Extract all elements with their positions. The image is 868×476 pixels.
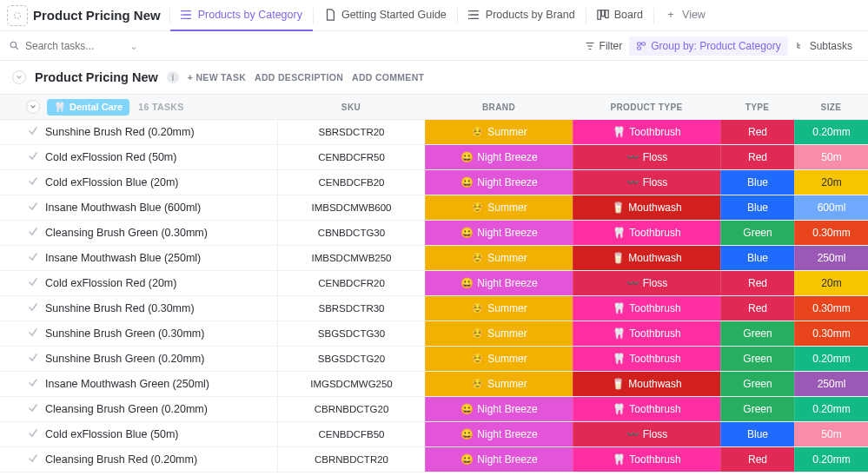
cell-product-type[interactable]: 〰️Floss [573,422,720,446]
cell-brand[interactable]: ☺️Summer [425,195,573,220]
cell-product-type[interactable]: 〰️Floss [573,271,720,295]
check-icon[interactable] [28,202,38,215]
info-icon[interactable]: i [167,71,179,83]
cell-type[interactable]: Red [720,145,794,169]
table-row[interactable]: Sunshine Brush Green (0.30mm)SBGSDCTG30☺… [0,321,868,347]
search-input[interactable] [25,40,121,52]
subtasks-button[interactable]: Subtasks [788,36,859,56]
cell-product-type[interactable]: 〰️Floss [573,170,720,195]
cell-size[interactable]: 0.30mm [794,321,868,346]
cell-sku[interactable]: CBRNBDCTG20 [277,397,425,421]
task-name[interactable]: Sunshine Brush Red (0.30mm) [45,296,277,321]
task-name[interactable]: Sunshine Brush Green (0.20mm) [45,347,277,371]
cell-brand[interactable]: ☺️Summer [425,321,573,346]
cell-type[interactable]: Blue [720,170,794,195]
task-name[interactable]: Cleansing Brush Red (0.20mm) [45,447,277,472]
group-by-button[interactable]: Group by: Product Category [629,36,787,56]
cell-size[interactable]: 250ml [794,246,868,270]
cell-type[interactable]: Green [720,221,794,245]
task-name[interactable]: Insane Mouthwash Blue (600ml) [45,195,277,220]
task-name[interactable]: Cleansing Brush Green (0.20mm) [45,397,277,421]
check-icon[interactable] [28,453,38,466]
doc-title[interactable]: Product Pricing New [33,8,161,23]
cell-type[interactable]: Red [720,296,794,321]
cell-brand[interactable]: 😀Night Breeze [425,447,573,472]
tab-getting-started-guide[interactable]: Getting Started Guide [314,0,457,31]
cell-size[interactable]: 0.30mm [794,221,868,245]
cell-product-type[interactable]: 🦷Toothbrush [573,296,720,321]
cell-product-type[interactable]: 〰️Floss [573,145,720,169]
table-row[interactable]: Insane Mouthwash Blue (600ml)IMBSDCMWB60… [0,195,868,221]
cell-sku[interactable]: CENBDCFR20 [277,271,425,295]
cell-sku[interactable]: SBGSDCTG20 [277,347,425,371]
tab-board[interactable]: Board [586,0,653,31]
table-row[interactable]: Sunshine Brush Green (0.20mm)SBGSDCTG20☺… [0,347,868,372]
table-row[interactable]: Cold exFlossion Red (50m)CENBDCFR50😀Nigh… [0,145,868,170]
cell-product-type[interactable]: 🥛Mouthwash [573,195,720,220]
check-icon[interactable] [28,277,38,290]
cell-size[interactable]: 20m [794,271,868,295]
col-header-size[interactable]: SIZE [794,102,868,112]
cell-brand[interactable]: 😀Night Breeze [425,145,573,169]
cell-type[interactable]: Green [720,347,794,371]
cell-brand[interactable]: 😀Night Breeze [425,221,573,245]
cell-sku[interactable]: IMGSDCMWG250 [277,372,425,396]
cell-size[interactable]: 20m [794,170,868,195]
cell-brand[interactable]: 😀Night Breeze [425,170,573,195]
cell-sku[interactable]: SBRSDCTR20 [277,120,425,144]
cell-size[interactable]: 600ml [794,195,868,220]
filter-button[interactable]: Filter [578,36,630,56]
table-row[interactable]: Cleansing Brush Red (0.20mm)CBRNBDCTR20😀… [0,447,868,473]
cell-product-type[interactable]: 🦷Toothbrush [573,221,720,245]
cell-type[interactable]: Red [720,447,794,472]
check-icon[interactable] [28,428,38,441]
check-icon[interactable] [28,176,38,189]
table-row[interactable]: Cold exFlossion Blue (20m)CENBDCFB20😀Nig… [0,170,868,195]
cell-size[interactable]: 250ml [794,372,868,396]
table-row[interactable]: Cleansing Brush Green (0.30mm)CBNBDCTG30… [0,221,868,246]
cell-size[interactable]: 0.20mm [794,397,868,421]
tab-products-by-category[interactable]: Products by Category [170,0,313,31]
cell-type[interactable]: Blue [720,195,794,220]
cell-brand[interactable]: ☺️Summer [425,246,573,270]
search-wrap[interactable]: ⌄ [9,40,138,52]
task-name[interactable]: Cold exFlossion Red (20m) [45,271,277,295]
task-name[interactable]: Insane Mouthwash Blue (250ml) [45,246,277,270]
task-name[interactable]: Insane Mouthwash Green (250ml) [45,372,277,396]
cell-type[interactable]: Blue [720,246,794,270]
cell-sku[interactable]: IMBSDCMWB250 [277,246,425,270]
cell-sku[interactable]: IMBSDCMWB600 [277,195,425,220]
table-row[interactable]: Sunshine Brush Red (0.30mm)SBRSDCTR30☺️S… [0,296,868,321]
col-header-ptype[interactable]: PRODUCT TYPE [573,102,720,112]
check-icon[interactable] [28,403,38,416]
cell-brand[interactable]: 😀Night Breeze [425,422,573,446]
cell-sku[interactable]: CBRNBDCTR20 [277,447,425,472]
task-name[interactable]: Sunshine Brush Green (0.30mm) [45,321,277,346]
cell-sku[interactable]: CBNBDCTG30 [277,221,425,245]
add-comment-button[interactable]: ADD COMMENT [352,72,424,83]
task-name[interactable]: Cold exFlossion Blue (20m) [45,170,277,195]
cell-size[interactable]: 0.20mm [794,347,868,371]
check-icon[interactable] [28,151,38,164]
cell-product-type[interactable]: 🦷Toothbrush [573,120,720,144]
cell-type[interactable]: Green [720,372,794,396]
cell-brand[interactable]: 😀Night Breeze [425,397,573,421]
cell-brand[interactable]: ☺️Summer [425,296,573,321]
check-icon[interactable] [28,327,38,340]
check-icon[interactable] [28,378,38,391]
check-icon[interactable] [28,252,38,265]
cell-type[interactable]: Green [720,321,794,346]
check-icon[interactable] [28,126,38,139]
task-name[interactable]: Cold exFlossion Red (50m) [45,145,277,169]
table-row[interactable]: Cold exFlossion Blue (50m)CENBDCFB50😀Nig… [0,422,868,447]
cell-product-type[interactable]: 🥛Mouthwash [573,372,720,396]
table-row[interactable]: Insane Mouthwash Blue (250ml)IMBSDCMWB25… [0,246,868,271]
check-icon[interactable] [28,302,38,315]
tab-products-by-brand[interactable]: Products by Brand [458,0,586,31]
cell-type[interactable]: Green [720,397,794,421]
cell-brand[interactable]: ☺️Summer [425,372,573,396]
doc-status-icon[interactable] [7,5,28,26]
check-icon[interactable] [28,353,38,366]
group-collapse-button[interactable] [26,100,40,114]
table-row[interactable]: Cleansing Brush Green (0.20mm)CBRNBDCTG2… [0,397,868,422]
